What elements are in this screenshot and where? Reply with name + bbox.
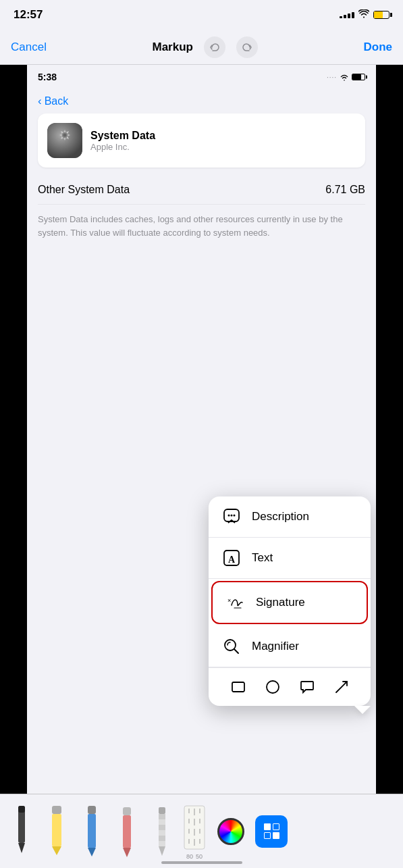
svg-rect-18 <box>52 806 61 814</box>
svg-rect-22 <box>88 814 96 848</box>
svg-point-2 <box>63 134 67 137</box>
color-wheel-button[interactable] <box>217 818 244 845</box>
signal-icon <box>340 12 354 18</box>
ruler-label-50: 50 <box>196 853 203 860</box>
data-row-value: 6.71 GB <box>325 184 365 196</box>
screenshot-wifi-icon <box>340 74 349 81</box>
back-button[interactable]: ‹ Back <box>27 89 376 113</box>
app-icon <box>47 123 82 158</box>
svg-rect-28 <box>159 814 165 819</box>
shape-arrow-button[interactable] <box>331 676 352 698</box>
popup-menu: Description A Text × <box>209 496 371 706</box>
more-options-button[interactable] <box>255 815 288 848</box>
svg-line-11 <box>234 649 238 653</box>
screenshot-status-bar: 5:38 ···· <box>27 65 376 89</box>
svg-point-6 <box>234 515 236 517</box>
popup-shapes-row <box>209 667 371 706</box>
svg-rect-19 <box>52 814 61 846</box>
svg-rect-32 <box>159 836 165 841</box>
svg-rect-33 <box>159 841 165 846</box>
battery-icon <box>373 11 389 19</box>
wifi-icon <box>358 9 369 20</box>
svg-text:×: × <box>227 597 231 604</box>
svg-rect-31 <box>159 830 165 836</box>
content-area: 5:38 ···· ‹ Back <box>0 65 403 794</box>
popup-item-magnifier[interactable]: Magnifier <box>209 626 371 667</box>
svg-marker-16 <box>18 843 25 853</box>
popup-item-signature-wrapper: × Signature <box>211 581 368 624</box>
home-indicator <box>161 861 242 864</box>
svg-point-4 <box>228 515 230 517</box>
toolbar-title-area: Markup <box>152 36 257 58</box>
app-info: System Data Apple Inc. <box>90 130 155 152</box>
svg-rect-21 <box>88 806 96 814</box>
markup-toolbar: Cancel Markup Done <box>0 30 403 65</box>
svg-marker-23 <box>88 848 96 857</box>
text-icon: A <box>221 547 242 569</box>
popup-signature-label: Signature <box>256 596 305 609</box>
redo-button[interactable] <box>236 36 258 58</box>
app-card: System Data Apple Inc. <box>38 113 365 168</box>
cancel-button[interactable]: Cancel <box>11 41 47 54</box>
svg-point-13 <box>267 681 279 693</box>
popup-description-label: Description <box>252 510 309 524</box>
highlighter-tool[interactable] <box>42 802 72 860</box>
toolbar-title: Markup <box>152 41 192 54</box>
signature-icon: × <box>225 592 246 613</box>
svg-rect-24 <box>123 807 131 815</box>
svg-rect-25 <box>123 815 131 848</box>
screenshot-time: 5:38 <box>38 72 57 82</box>
markup-tools-bar: 80 50 <box>0 794 403 868</box>
eraser-tool[interactable] <box>112 802 142 860</box>
popup-item-description[interactable]: Description <box>209 496 371 538</box>
pencil-tool[interactable] <box>147 802 177 860</box>
svg-text:A: A <box>228 555 236 565</box>
svg-rect-12 <box>232 682 244 692</box>
shape-rectangle-button[interactable] <box>227 676 249 698</box>
svg-marker-26 <box>123 848 131 857</box>
ruler-tool[interactable]: 80 50 <box>182 802 207 860</box>
undo-button[interactable] <box>204 36 225 58</box>
svg-marker-34 <box>159 846 165 856</box>
popup-tail <box>354 706 371 714</box>
back-label: Back <box>45 95 69 107</box>
app-name: System Data <box>90 130 155 142</box>
svg-rect-27 <box>159 807 165 814</box>
popup-item-text[interactable]: A Text <box>209 538 371 579</box>
screenshot-signal-icon: ···· <box>327 74 337 81</box>
data-row-label: Other System Data <box>38 184 130 196</box>
svg-marker-20 <box>52 846 61 855</box>
done-button[interactable]: Done <box>363 41 392 54</box>
magnifier-icon <box>221 636 242 657</box>
marker-tool[interactable] <box>77 802 107 860</box>
status-time: 12:57 <box>14 8 43 22</box>
svg-rect-17 <box>18 806 25 813</box>
svg-rect-29 <box>159 819 165 825</box>
screenshot-battery-icon <box>352 74 365 80</box>
ruler-label-80: 80 <box>186 853 193 860</box>
svg-point-5 <box>231 515 233 517</box>
data-description: System Data includes caches, logs and ot… <box>38 213 365 239</box>
description-icon <box>221 506 242 528</box>
status-bar: 12:57 <box>0 0 403 30</box>
shape-speech-button[interactable] <box>296 676 318 698</box>
chevron-left-icon: ‹ <box>38 95 42 108</box>
popup-magnifier-label: Magnifier <box>252 640 299 653</box>
svg-rect-30 <box>159 825 165 830</box>
popup-text-label: Text <box>252 551 273 565</box>
shape-circle-button[interactable] <box>262 676 284 698</box>
data-row: Other System Data 6.71 GB <box>38 176 365 205</box>
app-developer: Apple Inc. <box>90 142 155 152</box>
screenshot-status-icons: ···· <box>327 74 365 81</box>
popup-item-signature[interactable]: × Signature <box>213 582 367 623</box>
status-icons <box>340 9 389 20</box>
pen-tool[interactable] <box>7 802 36 860</box>
svg-line-14 <box>336 682 347 692</box>
